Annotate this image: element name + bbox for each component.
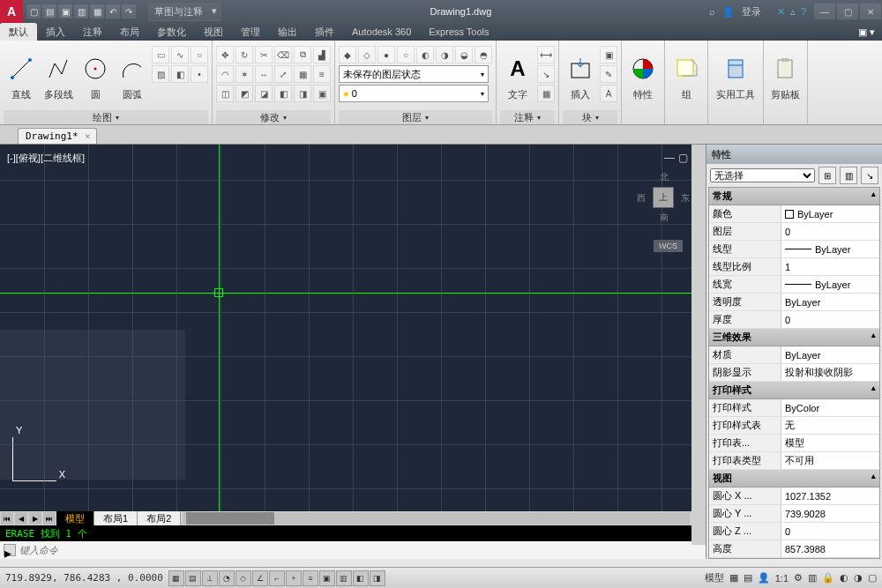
hatch-icon[interactable]: ▨	[152, 65, 169, 83]
m3-icon[interactable]: ◪	[255, 85, 273, 102]
search-icon[interactable]: ⌕	[709, 6, 715, 17]
ribbon-expand-icon[interactable]: ▣ ▾	[851, 26, 882, 38]
layer-icon-7[interactable]: ◒	[455, 46, 473, 63]
tab-layout[interactable]: 布局	[111, 23, 148, 41]
dyn-toggle[interactable]: +	[286, 570, 302, 586]
stretch-icon[interactable]: ↔	[255, 65, 273, 83]
tab-model[interactable]: 模型	[56, 511, 94, 525]
otrack-toggle[interactable]: ∠	[252, 570, 268, 586]
am-toggle[interactable]: ◨	[370, 570, 385, 586]
group-3d[interactable]: 三维效果	[709, 329, 879, 346]
viewport-label[interactable]: [-][俯视][二维线框]	[7, 152, 85, 165]
signin-link[interactable]: 登录	[742, 5, 761, 19]
prop-material[interactable]: 材质ByLayer	[709, 346, 879, 364]
viewport-maximize-icon[interactable]: ▢	[678, 152, 688, 164]
viewcube-s[interactable]: 南	[660, 212, 669, 224]
workspace-switch-icon[interactable]: ▥	[808, 572, 817, 584]
ortho-toggle[interactable]: ⊥	[202, 570, 218, 586]
tab-insert[interactable]: 插入	[37, 23, 74, 41]
explode-icon[interactable]: ✶	[235, 65, 253, 83]
dim-icon[interactable]: ⟷	[537, 46, 555, 63]
viewcube-w[interactable]: 西	[637, 192, 646, 205]
maximize-button[interactable]: ▢	[837, 4, 858, 19]
qat-saveas-icon[interactable]: ▥	[74, 4, 88, 19]
model-space-button[interactable]: 模型	[705, 571, 724, 584]
panel-anno-title[interactable]: 注释	[500, 110, 555, 124]
tab-view[interactable]: 视图	[195, 23, 232, 41]
anno-scale-icon[interactable]: 👤	[758, 572, 770, 584]
prop-ltscale[interactable]: 线型比例1	[709, 258, 879, 276]
layer-current-dropdown[interactable]: ● 0	[339, 85, 489, 102]
pickadd-icon[interactable]: ↘	[861, 167, 878, 184]
tab-annotate[interactable]: 注释	[74, 23, 111, 41]
prop-plotstyle[interactable]: 打印样式ByColor	[709, 399, 879, 417]
isolate-icon[interactable]: ◑	[854, 572, 863, 584]
select-objects-icon[interactable]: ▥	[840, 167, 857, 184]
scale-label[interactable]: 1:1	[775, 573, 789, 584]
trim-icon[interactable]: ✂	[255, 46, 273, 63]
region-icon[interactable]: ◧	[171, 65, 189, 83]
clipboard-button[interactable]: 剪贴板	[767, 42, 803, 110]
tab-plugins[interactable]: 插件	[306, 23, 343, 41]
cloud-icon[interactable]: ▵	[790, 6, 796, 18]
qat-plot-icon[interactable]: ▦	[90, 4, 104, 19]
m6-icon[interactable]: ▣	[313, 85, 331, 102]
attr-icon[interactable]: A	[600, 85, 617, 102]
tab-nav-last-icon[interactable]: ⏭	[43, 512, 56, 525]
lock-ui-icon[interactable]: 🔒	[822, 572, 834, 584]
quick-select-icon[interactable]: ⊞	[818, 167, 836, 184]
viewcube[interactable]: 北 南 西 东 上	[637, 171, 690, 224]
group-button[interactable]: 组	[669, 42, 704, 110]
status-layout-icon[interactable]: ▤	[744, 572, 752, 584]
close-button[interactable]: ✕	[860, 4, 881, 19]
prop-linetype[interactable]: 线型ByLayer	[709, 241, 879, 258]
prop-layer[interactable]: 图层0	[709, 223, 879, 241]
line-button[interactable]: 直线	[4, 42, 39, 110]
qat-new-icon[interactable]: ▢	[26, 4, 41, 19]
panel-block-title[interactable]: 块	[563, 110, 617, 124]
polar-toggle[interactable]: ◔	[219, 570, 235, 586]
table-icon[interactable]: ▦	[537, 85, 555, 102]
selection-dropdown[interactable]: 无选择	[710, 168, 815, 182]
m5-icon[interactable]: ◨	[294, 85, 311, 102]
anno-vis-icon[interactable]: ⚙	[794, 572, 803, 584]
layer-icon-6[interactable]: ◑	[436, 46, 453, 63]
tab-a360[interactable]: Autodesk 360	[343, 23, 420, 41]
mirror-icon[interactable]: ▟	[313, 46, 331, 63]
scale-icon[interactable]: ⤢	[274, 65, 292, 83]
status-grid-icon[interactable]: ▦	[729, 572, 738, 584]
panel-modify-title[interactable]: 修改	[216, 110, 331, 124]
viewcube-n[interactable]: 北	[660, 171, 669, 183]
text-button[interactable]: A文字	[500, 42, 535, 110]
tab-manage[interactable]: 管理	[232, 23, 269, 41]
layer-state-dropdown[interactable]: 未保存的图层状态	[339, 65, 489, 83]
hw-accel-icon[interactable]: ◐	[840, 572, 848, 584]
help-icon[interactable]: ?	[801, 6, 806, 17]
exchange-icon[interactable]: ✕	[777, 6, 785, 18]
signin-icon[interactable]: 👤	[722, 6, 735, 18]
arc-button[interactable]: 圆弧	[115, 42, 150, 110]
tab-nav-next-icon[interactable]: ▶	[29, 512, 41, 525]
qat-open-icon[interactable]: ▤	[42, 4, 56, 19]
leader-icon[interactable]: ↘	[537, 65, 555, 83]
insert-button[interactable]: 插入	[563, 42, 598, 110]
file-tab-drawing1[interactable]: Drawing1*	[18, 128, 97, 144]
m4-icon[interactable]: ◧	[274, 85, 292, 102]
create-block-icon[interactable]: ▣	[600, 46, 617, 63]
group-plot[interactable]: 打印样式	[709, 382, 879, 399]
m2-icon[interactable]: ◩	[235, 85, 253, 102]
ducs-toggle[interactable]: ⌐	[269, 570, 285, 586]
layer-icon-5[interactable]: ◐	[416, 46, 434, 63]
prop-cx[interactable]: 圆心 X ...1027.1352	[709, 488, 879, 505]
spline-icon[interactable]: ∿	[171, 46, 189, 63]
qat-save-icon[interactable]: ▣	[58, 4, 72, 19]
clean-screen-icon[interactable]: ▢	[868, 572, 877, 584]
copy-icon[interactable]: ⧉	[294, 46, 311, 63]
workspace-dropdown[interactable]: 草图与注释	[148, 3, 221, 21]
layer-icon-2[interactable]: ◇	[358, 46, 376, 63]
app-logo[interactable]: A	[0, 0, 23, 23]
prop-plotdev[interactable]: 打印表...模型	[709, 435, 879, 452]
tab-output[interactable]: 输出	[269, 23, 306, 41]
group-view[interactable]: 视图	[709, 470, 879, 488]
viewcube-e[interactable]: 东	[681, 192, 690, 205]
